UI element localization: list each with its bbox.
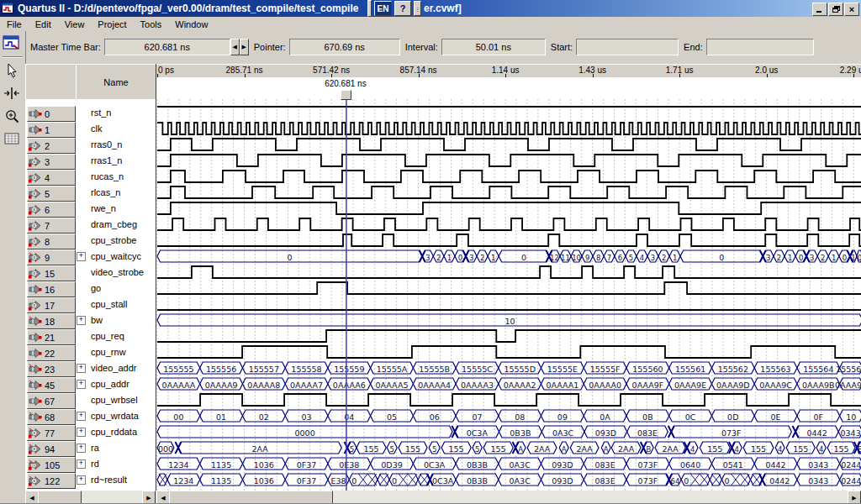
- signal-index-button[interactable]: O9: [27, 249, 76, 265]
- signal-index-button[interactable]: I23: [27, 361, 76, 377]
- signal-index-button[interactable]: I0: [27, 106, 76, 122]
- expand-plus-icon[interactable]: +: [77, 380, 86, 389]
- signal-index-button[interactable]: O2: [27, 138, 76, 154]
- select-tool-icon[interactable]: [2, 60, 22, 81]
- signal-row-cpu_stall[interactable]: O17cpu_stall: [25, 297, 156, 312]
- langbar-options-icon[interactable]: ⋮: [414, 1, 421, 16]
- signal-row-rras0_n[interactable]: O2rras0_n: [25, 137, 156, 153]
- expand-plus-icon[interactable]: +: [77, 252, 86, 261]
- master-time-bar-field[interactable]: 620.681 ns: [104, 39, 230, 55]
- signal-index-button[interactable]: I18: [27, 313, 76, 329]
- menu-file[interactable]: File: [0, 18, 29, 30]
- signal-index-button[interactable]: I68: [27, 409, 76, 425]
- signal-row-rras1_n[interactable]: O3rras1_n: [25, 153, 156, 169]
- menu-edit[interactable]: Edit: [29, 18, 58, 30]
- signal-row-cpu_rnw[interactable]: I22cpu_rnw: [25, 344, 156, 360]
- expand-plus-icon[interactable]: +: [77, 364, 86, 373]
- grid-tool-icon[interactable]: [2, 129, 22, 149]
- signal-row-clk[interactable]: I1clk: [25, 121, 156, 137]
- signal-index-button[interactable]: O3: [27, 154, 76, 170]
- signal-index-button[interactable]: I45: [27, 377, 76, 393]
- master-time-right-arrow[interactable]: ▶: [240, 39, 249, 55]
- signal-name: rlcas_n: [91, 187, 120, 197]
- signal-row-video_addr[interactable]: I23+video_addr: [25, 360, 156, 376]
- menu-project[interactable]: Project: [91, 18, 133, 30]
- svg-text:7: 7: [607, 254, 611, 262]
- expand-plus-icon[interactable]: +: [77, 475, 86, 485]
- signal-index-button[interactable]: O17: [27, 297, 76, 313]
- signal-row-rlcas_n[interactable]: O5rlcas_n: [25, 185, 156, 201]
- menu-tools[interactable]: Tools: [134, 18, 169, 30]
- close-button[interactable]: ×: [844, 3, 859, 16]
- signal-index-button[interactable]: O5: [27, 186, 76, 202]
- signal-row-rucas_n[interactable]: O4rucas_n: [25, 169, 156, 185]
- waveform-scrollbar[interactable]: ◀ ▶: [156, 491, 861, 503]
- time-bar-band[interactable]: [156, 77, 861, 101]
- signal-row-rd[interactable]: IO105+rd: [25, 456, 156, 472]
- signal-row-cpu_addr[interactable]: I45+cpu_addr: [25, 376, 156, 392]
- signal-index-button[interactable]: O6: [27, 202, 76, 218]
- waveform-canvas[interactable]: 0321032101211109876543210321032101010155…: [156, 99, 861, 491]
- language-badge[interactable]: EN: [374, 1, 392, 16]
- master-time-cursor-label: 620.681 ns: [316, 79, 375, 88]
- signal-index-button[interactable]: I22: [27, 345, 76, 361]
- signal-index-button[interactable]: O4: [27, 170, 76, 186]
- signal-row-cpu_strobe[interactable]: O8cpu_strobe: [25, 233, 156, 249]
- signal-index-button[interactable]: I1: [27, 122, 76, 138]
- signal-row-ra[interactable]: O94+ra: [25, 440, 156, 456]
- menu-view[interactable]: View: [58, 18, 92, 30]
- scroll-right-icon[interactable]: ▶: [142, 491, 156, 504]
- name-scrollbar-thumb[interactable]: [38, 491, 82, 504]
- trace-ra: 0002AA5155515551555155A2AAA2AAA2AAB2AA41…: [157, 442, 861, 454]
- signal-row-rd~result[interactable]: O122+rd~result: [25, 472, 156, 488]
- signal-row-rst_n[interactable]: I0rst_n: [25, 105, 156, 121]
- expand-plus-icon[interactable]: +: [77, 444, 86, 453]
- expand-plus-icon[interactable]: +: [77, 428, 86, 437]
- expand-plus-icon[interactable]: +: [77, 316, 86, 325]
- signal-row-rwe_n[interactable]: O6rwe_n: [25, 201, 156, 217]
- signal-index-button[interactable]: O122: [27, 473, 76, 489]
- waveform-editor-icon[interactable]: [2, 34, 22, 54]
- scroll-left-icon[interactable]: ◀: [25, 491, 39, 504]
- svg-text:0AAA9A: 0AAA9A: [835, 381, 861, 390]
- svg-text:I: I: [32, 398, 34, 404]
- signal-index-button[interactable]: O8: [27, 234, 76, 249]
- signal-index-button[interactable]: O77: [27, 425, 76, 441]
- master-time-left-arrow[interactable]: ◀: [230, 39, 240, 55]
- signal-row-cpu_waitcyc[interactable]: O9+cpu_waitcyc: [25, 249, 156, 265]
- menu-window[interactable]: Window: [168, 18, 214, 30]
- start-field[interactable]: [576, 39, 679, 55]
- signal-row-cpu_rddata[interactable]: O77+cpu_rddata: [25, 424, 156, 440]
- signal-row-cpu_wrbsel[interactable]: I67cpu_wrbsel: [25, 392, 156, 408]
- signal-index-button[interactable]: IO105: [27, 457, 76, 473]
- signal-row-cpu_wrdata[interactable]: I68+cpu_wrdata: [25, 408, 156, 424]
- signal-index-button[interactable]: I67: [27, 393, 76, 409]
- signal-index-button[interactable]: O7: [27, 218, 76, 234]
- zoom-tool-icon[interactable]: [2, 106, 22, 126]
- signal-index-button[interactable]: O15: [27, 265, 76, 281]
- restore-button[interactable]: [828, 3, 843, 16]
- svg-text:15555A: 15555A: [377, 365, 408, 374]
- end-field[interactable]: [706, 39, 814, 55]
- signal-index-button[interactable]: I16: [27, 281, 76, 297]
- expand-plus-icon[interactable]: +: [77, 412, 86, 421]
- signal-index-button[interactable]: O94: [27, 441, 76, 457]
- minimize-button[interactable]: [812, 3, 827, 16]
- edit-tool-icon[interactable]: [2, 83, 22, 103]
- name-panel-scrollbar[interactable]: ◀ ▶: [25, 491, 156, 503]
- signal-index-button[interactable]: I21: [27, 329, 76, 345]
- signal-row-cpu_req[interactable]: I21cpu_req: [25, 328, 156, 344]
- svg-text:155: 155: [751, 444, 766, 454]
- wave-scrollbar-thumb[interactable]: [169, 491, 333, 504]
- wave-scroll-left-icon[interactable]: ◀: [156, 491, 170, 504]
- expand-plus-icon[interactable]: +: [77, 459, 86, 469]
- svg-text:O: O: [32, 478, 37, 484]
- signal-row-go[interactable]: I16go: [25, 281, 156, 297]
- timeline-ruler[interactable]: 0 ps285.71 ns571.42 ns857.14 ns1.14 us1.…: [156, 64, 861, 78]
- signal-row-dram_cbeg[interactable]: O7dram_cbeg: [25, 217, 156, 233]
- signal-row-bw[interactable]: I18+bw: [25, 312, 156, 328]
- help-icon[interactable]: ?: [394, 1, 411, 16]
- master-time-cursor-handle[interactable]: [341, 90, 351, 100]
- wave-scroll-right-icon[interactable]: ▶: [848, 491, 861, 504]
- signal-row-video_strobe[interactable]: O15video_strobe: [25, 265, 156, 281]
